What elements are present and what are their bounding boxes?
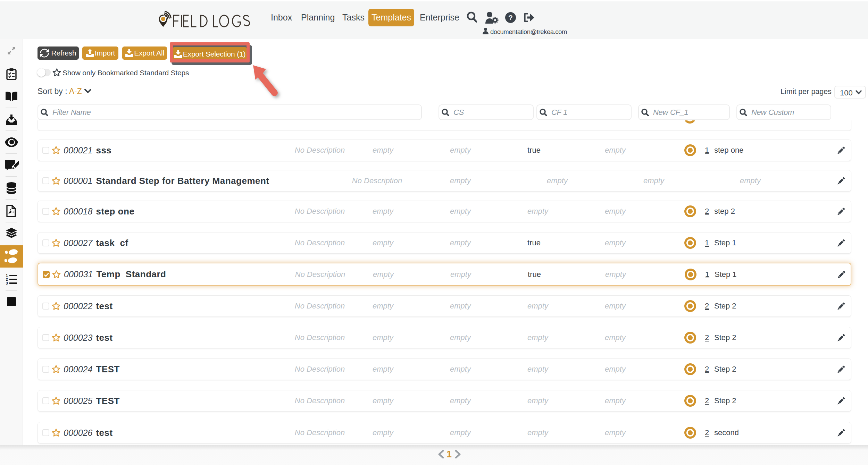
svg-text:3: 3: [6, 281, 8, 285]
svg-text:2: 2: [6, 278, 8, 281]
svg-text:1: 1: [6, 274, 8, 278]
svg-text:?: ?: [508, 14, 513, 22]
